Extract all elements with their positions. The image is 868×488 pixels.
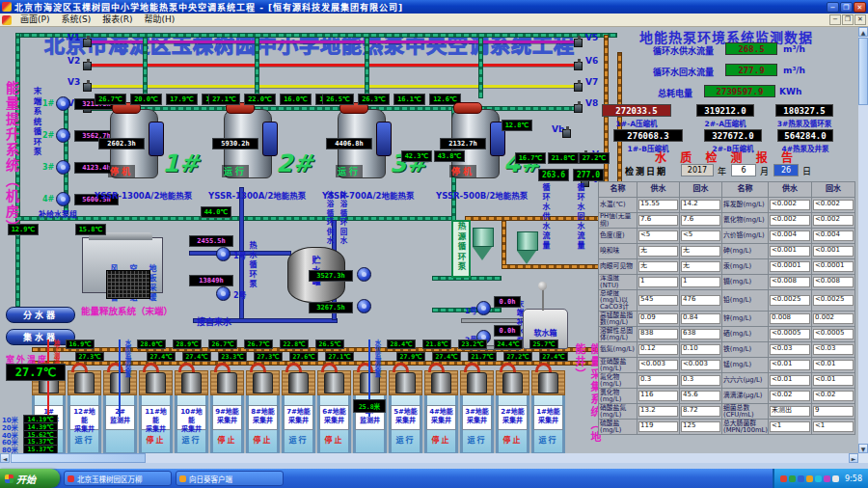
scroll-down-arrow[interactable]: ▼	[858, 444, 868, 453]
parameter-value-input[interactable]: <0.008	[813, 277, 854, 287]
parameter-value-input[interactable]: 无	[638, 261, 678, 272]
parameter-value-input[interactable]: <0.03	[770, 344, 810, 355]
parameter-value-input[interactable]: <0.02	[770, 391, 810, 401]
pump-icon[interactable]	[357, 299, 371, 313]
wellhead[interactable]	[538, 372, 558, 393]
wellhead[interactable]	[181, 372, 202, 393]
parameter-value-input[interactable]: <0.003	[681, 360, 720, 370]
parameter-value-input[interactable]: 476	[681, 295, 720, 306]
parameter-value-input[interactable]: 未测出	[770, 406, 810, 417]
wellhead[interactable]	[146, 372, 166, 393]
pump-icon[interactable]	[216, 286, 231, 301]
parameter-value-input[interactable]: <0.01	[770, 360, 810, 370]
parameter-value-input[interactable]: 0.008	[770, 313, 810, 324]
scroll-left-arrow[interactable]: ◄	[0, 453, 10, 463]
mdi-close-button[interactable]: ✕	[854, 14, 866, 25]
parameter-value-input[interactable]: 13.2	[638, 406, 678, 417]
taskbar-clock[interactable]: 9:58	[845, 474, 862, 483]
valve-icon-V6[interactable]	[574, 62, 583, 70]
parameter-value-input[interactable]: 0.84	[681, 313, 720, 324]
parameter-value-input[interactable]: <0.008	[770, 277, 810, 287]
parameter-value-input[interactable]: <0.0005	[813, 329, 854, 339]
heat-pump-unit-4#[interactable]: 2132.7h停机4#YSSR-500B/2地能热泵	[436, 94, 581, 203]
pump-icon[interactable]	[56, 192, 70, 206]
menu-item-4[interactable]: 帮助(H)	[138, 14, 180, 24]
valve-icon-V3[interactable]	[83, 83, 92, 92]
parameter-value-input[interactable]: <0.002	[813, 200, 854, 210]
taskbar-task-1[interactable]: 北京玉棵树园区万柳	[64, 471, 172, 486]
wellhead[interactable]	[431, 372, 451, 393]
month-input[interactable]: 6	[731, 164, 756, 176]
tray-icon[interactable]	[806, 475, 813, 482]
start-button[interactable]: 开始	[0, 469, 60, 488]
parameter-value-input[interactable]: <0.003	[638, 360, 678, 370]
parameter-value-input[interactable]: <0.0001	[770, 261, 810, 272]
parameter-value-input[interactable]: 0.09	[638, 313, 678, 324]
parameter-value-input[interactable]: 45.6	[681, 391, 720, 401]
scroll-up-arrow[interactable]: ▲	[858, 27, 868, 37]
horizontal-scroll-thumb[interactable]	[11, 453, 146, 463]
cyclone-separator[interactable]	[473, 228, 494, 247]
parameter-value-input[interactable]: 125	[681, 421, 720, 432]
parameter-value-input[interactable]: <0.001	[813, 246, 854, 257]
parameter-value-input[interactable]: 1	[638, 277, 678, 287]
parameter-value-input[interactable]: 8.72	[681, 406, 720, 417]
parameter-value-input[interactable]: 9	[813, 406, 854, 417]
tray-icon[interactable]	[815, 475, 822, 482]
parameter-value-input[interactable]: <0.0005	[770, 329, 810, 339]
parameter-value-input[interactable]: <0.002	[813, 215, 854, 226]
wellhead[interactable]	[324, 372, 344, 393]
parameter-value-input[interactable]: <0.01	[770, 375, 810, 386]
parameter-value-input[interactable]: <0.004	[813, 230, 854, 241]
close-button[interactable]: ✕	[854, 2, 866, 13]
parameter-value-input[interactable]: <0.0025	[770, 295, 810, 306]
wellhead[interactable]	[467, 372, 487, 393]
scroll-right-arrow[interactable]: ►	[849, 453, 858, 463]
wellhead[interactable]	[395, 372, 416, 393]
restore-button[interactable]: ❐	[840, 2, 853, 13]
pump-icon[interactable]	[357, 267, 371, 282]
parameter-value-input[interactable]: 119	[638, 421, 678, 432]
pump-icon[interactable]	[476, 301, 491, 315]
parameter-value-input[interactable]: 无	[681, 246, 720, 257]
tray-icon[interactable]	[780, 475, 787, 482]
parameter-value-input[interactable]: <5	[638, 230, 678, 241]
parameter-value-input[interactable]: 638	[681, 329, 720, 339]
water-splitter[interactable]: 分水器	[6, 307, 75, 323]
parameter-value-input[interactable]: <0.002	[770, 200, 810, 210]
parameter-value-input[interactable]: <0.03	[813, 344, 854, 355]
parameter-value-input[interactable]: 0.002	[813, 313, 854, 324]
minimize-button[interactable]: −	[827, 2, 839, 13]
vertical-scroll-thumb[interactable]	[858, 38, 868, 105]
parameter-value-input[interactable]: <0.01	[813, 360, 854, 370]
mdi-minimize-button[interactable]: −	[829, 14, 841, 25]
wellhead[interactable]	[253, 372, 273, 393]
horizontal-scrollbar[interactable]: ◄ ►	[0, 453, 858, 463]
vertical-scrollbar[interactable]: ▲ ▼	[858, 27, 868, 453]
valve-icon-V2[interactable]	[83, 62, 92, 70]
day-input[interactable]: 26	[773, 164, 799, 176]
tray-icon[interactable]	[824, 475, 830, 482]
parameter-value-input[interactable]: 7.6	[638, 215, 678, 226]
valve-icon-V1[interactable]	[83, 39, 92, 47]
parameter-value-input[interactable]: <1	[813, 421, 854, 432]
parameter-value-input[interactable]: <0.001	[770, 246, 810, 257]
parameter-value-input[interactable]: 116	[638, 391, 678, 401]
parameter-value-input[interactable]: 838	[638, 329, 678, 339]
parameter-value-input[interactable]: 0.3	[638, 375, 678, 386]
parameter-value-input[interactable]: 15.55	[638, 200, 678, 210]
taskbar-task-2[interactable]: 向日葵客户端	[176, 471, 284, 486]
parameter-value-input[interactable]: 14.2	[681, 200, 720, 210]
pump-icon[interactable]	[56, 160, 70, 175]
parameter-value-input[interactable]: <0.01	[813, 375, 854, 386]
cyclone-separator[interactable]	[517, 231, 538, 251]
parameter-value-input[interactable]: <5	[681, 230, 720, 241]
pump-icon[interactable]	[216, 247, 231, 261]
wellhead[interactable]	[74, 372, 95, 393]
parameter-value-input[interactable]: 无	[638, 246, 678, 257]
parameter-value-input[interactable]: <0.0025	[813, 295, 854, 306]
parameter-value-input[interactable]: 0.3	[681, 375, 720, 386]
parameter-value-input[interactable]: <0.002	[770, 215, 810, 226]
menu-item-3[interactable]: 报表(R)	[96, 14, 138, 24]
parameter-value-input[interactable]: 7.6	[681, 215, 720, 226]
